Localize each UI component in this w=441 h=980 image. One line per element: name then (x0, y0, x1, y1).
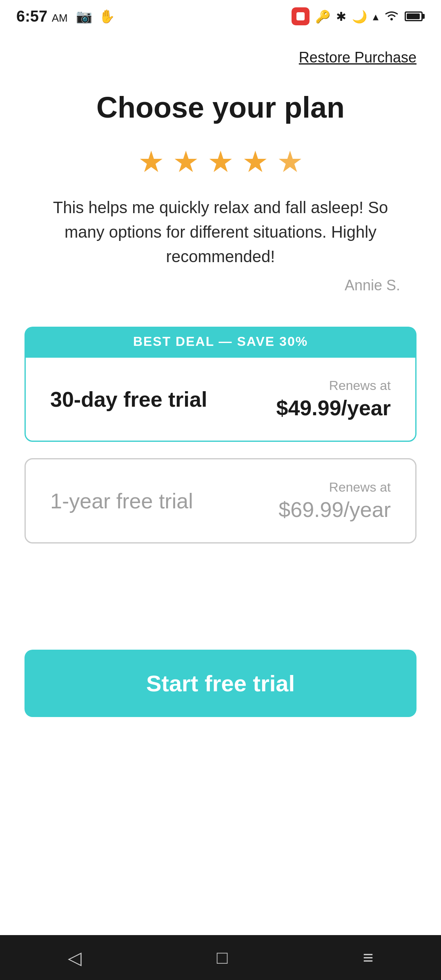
battery-icon (405, 11, 425, 21)
star-5: ★ (277, 145, 303, 179)
plan-30day-name: 30-day free trial (50, 387, 207, 412)
plan-1year-wrapper[interactable]: 1-year free trial Renews at $69.99/year (24, 458, 416, 543)
gesture-icon: ✋ (99, 9, 115, 24)
time-ampm: AM (52, 12, 68, 24)
signal-icon: ▴ (373, 10, 379, 23)
back-button[interactable]: ◁ (68, 947, 82, 968)
plan-1year-price-container: Renews at $69.99/year (278, 480, 391, 522)
plan-1year-price: $69.99/year (278, 497, 391, 522)
star-1: ★ (138, 145, 165, 179)
plan-30day-card[interactable]: 30-day free trial Renews at $49.99/year (24, 356, 416, 442)
status-bar-left: 6:57 AM 📷 ✋ (16, 8, 115, 25)
status-time: 6:57 AM (16, 8, 68, 25)
plan-1year-card[interactable]: 1-year free trial Renews at $69.99/year (24, 458, 416, 543)
plan-1year-renews-label: Renews at (278, 480, 391, 495)
home-button[interactable]: □ (217, 947, 228, 968)
star-2: ★ (173, 145, 199, 179)
plan-30day-price: $49.99/year (276, 396, 391, 420)
key-icon: 🔑 (315, 9, 330, 24)
wifi-icon (384, 9, 399, 24)
svg-point-0 (390, 18, 393, 20)
bottom-nav-bar: ◁ □ ≡ (0, 935, 441, 980)
star-4: ★ (242, 145, 269, 179)
review-author: Annie S. (24, 277, 416, 294)
status-bar: 6:57 AM 📷 ✋ 🔑 ✱ 🌙 ▴ (0, 0, 441, 33)
status-bar-right: 🔑 ✱ 🌙 ▴ (292, 7, 425, 25)
moon-icon: 🌙 (352, 9, 367, 24)
restore-purchase-row: Restore Purchase (24, 41, 416, 66)
restore-purchase-link[interactable]: Restore Purchase (299, 49, 416, 66)
page-title: Choose your plan (24, 91, 416, 124)
bluetooth-icon: ✱ (336, 9, 346, 24)
star-3: ★ (207, 145, 234, 179)
plan-30day-renews-label: Renews at (276, 378, 391, 393)
plan-1year-name: 1-year free trial (50, 489, 193, 513)
start-free-trial-button[interactable]: Start free trial (24, 650, 416, 717)
time-value: 6:57 (16, 8, 47, 25)
plan-30day-price-container: Renews at $49.99/year (276, 378, 391, 420)
plans-container: BEST DEAL — SAVE 30% 30-day free trial R… (24, 327, 416, 543)
recording-indicator (292, 7, 310, 25)
review-text: This helps me quickly relax and fall asl… (24, 195, 416, 269)
plan-30day-wrapper[interactable]: BEST DEAL — SAVE 30% 30-day free trial R… (24, 327, 416, 442)
camera-icon: 📷 (76, 9, 92, 24)
stars-rating: ★ ★ ★ ★ ★ (24, 145, 416, 179)
menu-button[interactable]: ≡ (363, 947, 374, 968)
status-icons-left: 📷 ✋ (76, 9, 115, 24)
best-deal-banner: BEST DEAL — SAVE 30% (24, 327, 416, 356)
main-content: Restore Purchase Choose your plan ★ ★ ★ … (0, 33, 441, 725)
